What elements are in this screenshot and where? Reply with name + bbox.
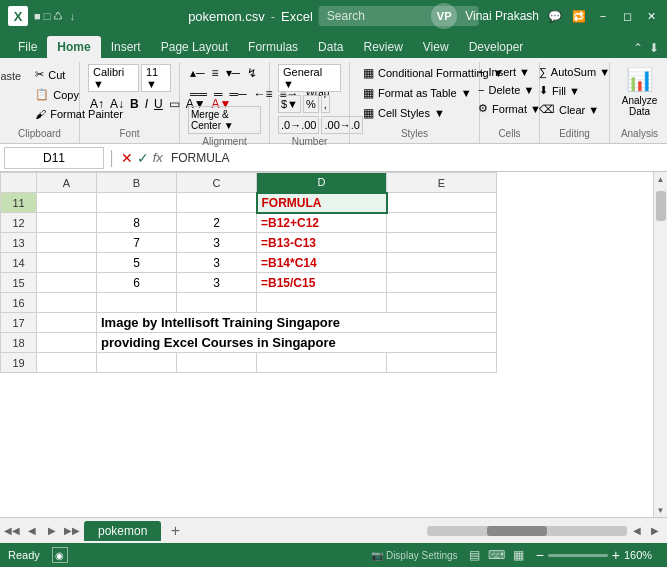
center-align-btn[interactable]: ═	[212, 85, 225, 103]
paste-btn[interactable]: 📋 Paste ▼	[0, 64, 26, 98]
row-14-header[interactable]: 14	[1, 253, 37, 273]
col-header-d[interactable]: D	[257, 173, 387, 193]
number-format-dropdown[interactable]: General ▼	[278, 64, 341, 92]
tab-formulas[interactable]: Formulas	[238, 36, 308, 58]
cell-e11[interactable]	[387, 193, 497, 213]
col-header-b[interactable]: B	[97, 173, 177, 193]
tab-developer[interactable]: Developer	[459, 36, 534, 58]
decrease-font-btn[interactable]: A↓	[108, 95, 126, 113]
top-align-btn[interactable]: ▴─	[188, 64, 207, 82]
cell-styles-btn[interactable]: ▦ Cell Styles ▼	[358, 104, 450, 122]
format-as-table-btn[interactable]: ▦ Format as Table ▼	[358, 84, 477, 102]
col-header-e[interactable]: E	[387, 173, 497, 193]
page-break-view-btn[interactable]: ▦	[510, 546, 528, 564]
cell-b18[interactable]: providing Excel Courses in Singapore	[97, 333, 497, 353]
cell-a13[interactable]	[37, 233, 97, 253]
scroll-up-btn[interactable]: ▲	[654, 172, 668, 186]
tab-file[interactable]: File	[8, 36, 47, 58]
add-sheet-btn[interactable]: +	[165, 521, 185, 541]
row-18-header[interactable]: 18	[1, 333, 37, 353]
zoom-in-btn[interactable]: +	[612, 547, 620, 563]
cell-b14[interactable]: 5	[97, 253, 177, 273]
row-16-header[interactable]: 16	[1, 293, 37, 313]
share-btn[interactable]: 🔁	[571, 8, 587, 24]
comments-btn[interactable]: 💬	[547, 8, 563, 24]
increase-font-btn[interactable]: A↑	[88, 95, 106, 113]
bold-btn[interactable]: B	[128, 95, 141, 113]
autosum-btn[interactable]: ∑ AutoSum ▼	[534, 64, 615, 80]
minimize-btn[interactable]: −	[595, 8, 611, 24]
col-header-a[interactable]: A	[37, 173, 97, 193]
percent-btn[interactable]: %	[303, 95, 319, 113]
cell-e15[interactable]	[387, 273, 497, 293]
font-family-dropdown[interactable]: Calibri ▼	[88, 64, 139, 92]
zoom-slider[interactable]	[548, 554, 608, 557]
cell-c15[interactable]: 3	[177, 273, 257, 293]
scroll-left-btn[interactable]: ◀	[629, 523, 645, 539]
cell-b11[interactable]	[97, 193, 177, 213]
delete-cells-btn[interactable]: − Delete ▼	[473, 82, 539, 98]
cell-b17[interactable]: Image by Intellisoft Training Singapore	[97, 313, 497, 333]
cell-c16[interactable]	[177, 293, 257, 313]
cancel-formula-btn[interactable]: ✕	[121, 150, 133, 166]
cell-c12[interactable]: 2	[177, 213, 257, 233]
merge-cells-btn[interactable]: Merge & Center ▼	[188, 106, 261, 134]
row-19-header[interactable]: 19	[1, 353, 37, 373]
cell-b16[interactable]	[97, 293, 177, 313]
fill-btn[interactable]: ⬇ Fill ▼	[534, 82, 585, 99]
cell-e19[interactable]	[387, 353, 497, 373]
cell-d16[interactable]	[257, 293, 387, 313]
cell-e16[interactable]	[387, 293, 497, 313]
confirm-formula-btn[interactable]: ✓	[137, 150, 149, 166]
prev-sheet-btn[interactable]: ◀	[24, 523, 40, 539]
cell-a15[interactable]	[37, 273, 97, 293]
sheet-tab-pokemon[interactable]: pokemon	[84, 521, 161, 541]
cell-e12[interactable]	[387, 213, 497, 233]
scrollbar-thumb[interactable]	[656, 191, 666, 221]
display-settings[interactable]: 📷 Display Settings	[371, 550, 457, 561]
font-size-dropdown[interactable]: 11 ▼	[141, 64, 171, 92]
right-align-btn[interactable]: ═─	[228, 85, 249, 103]
cell-b13[interactable]: 7	[97, 233, 177, 253]
close-btn[interactable]: ✕	[643, 8, 659, 24]
zoom-out-btn[interactable]: −	[536, 547, 544, 563]
bottom-align-btn[interactable]: ▾─	[224, 64, 243, 82]
tab-page-layout[interactable]: Page Layout	[151, 36, 238, 58]
cell-e14[interactable]	[387, 253, 497, 273]
row-17-header[interactable]: 17	[1, 313, 37, 333]
cell-d19[interactable]	[257, 353, 387, 373]
tab-home[interactable]: Home	[47, 36, 100, 58]
last-sheet-btn[interactable]: ▶▶	[64, 523, 80, 539]
scrollbar-track[interactable]	[654, 186, 668, 503]
underline-btn[interactable]: U	[152, 95, 165, 113]
insert-function-btn[interactable]: fx	[153, 150, 163, 166]
cell-a14[interactable]	[37, 253, 97, 273]
cell-b19[interactable]	[97, 353, 177, 373]
ribbon-expand-btn[interactable]: ⬇	[649, 41, 659, 55]
cell-c13[interactable]: 3	[177, 233, 257, 253]
cell-a18[interactable]	[37, 333, 97, 353]
cell-b12[interactable]: 8	[97, 213, 177, 233]
cell-d15[interactable]: =B15/C15	[257, 273, 387, 293]
orientation-btn[interactable]: ↯	[245, 64, 259, 82]
grid-scroll-area[interactable]: A B C D E 11 FORMULA	[0, 172, 667, 517]
clear-btn[interactable]: ⌫ Clear ▼	[534, 101, 604, 118]
tab-data[interactable]: Data	[308, 36, 353, 58]
cell-a17[interactable]	[37, 313, 97, 333]
scroll-down-btn[interactable]: ▼	[654, 503, 668, 517]
italic-btn[interactable]: I	[143, 95, 150, 113]
cell-d12[interactable]: =B12+C12	[257, 213, 387, 233]
analyze-data-btn[interactable]: 📊 Analyze Data	[617, 64, 663, 120]
cell-a12[interactable]	[37, 213, 97, 233]
cell-d13[interactable]: =B13-C13	[257, 233, 387, 253]
cell-a16[interactable]	[37, 293, 97, 313]
increase-decimal-btn[interactable]: .0→.00	[278, 116, 319, 134]
right-scrollbar[interactable]: ▲ ▼	[653, 172, 667, 517]
insert-cells-btn[interactable]: + Insert ▼	[473, 64, 535, 80]
cell-a11[interactable]	[37, 193, 97, 213]
horizontal-scrollbar[interactable]	[427, 526, 627, 536]
restore-btn[interactable]: ◻	[619, 8, 635, 24]
tab-insert[interactable]: Insert	[101, 36, 151, 58]
next-sheet-btn[interactable]: ▶	[44, 523, 60, 539]
row-15-header[interactable]: 15	[1, 273, 37, 293]
